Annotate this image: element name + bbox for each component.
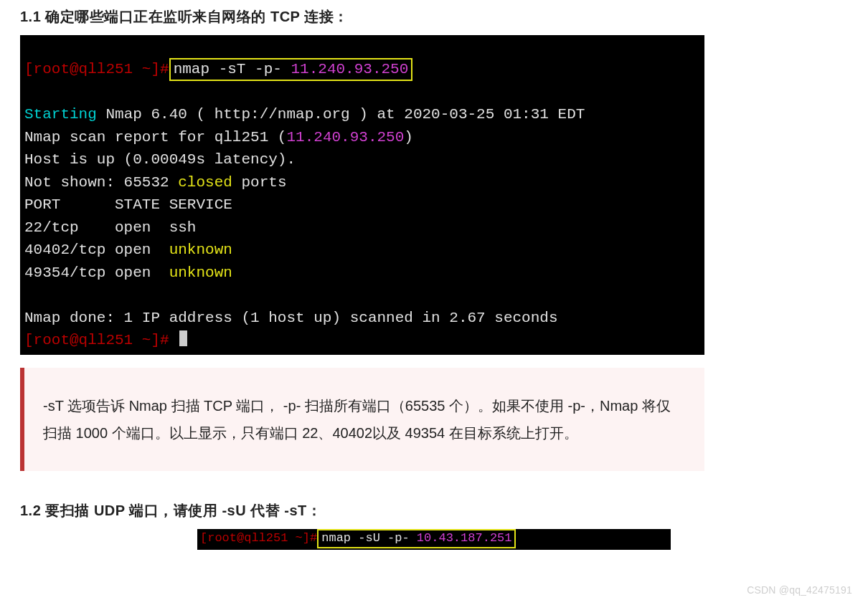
- notshown-suffix: ports: [232, 174, 287, 191]
- service-unknown: unknown: [169, 265, 232, 281]
- service-unknown: unknown: [169, 242, 232, 258]
- report-suffix: ): [404, 129, 413, 146]
- command-text: nmap -sU -p-: [321, 531, 417, 545]
- command-text: nmap -sT -p-: [174, 61, 291, 77]
- note-text: -sT 选项告诉 Nmap 扫描 TCP 端口， -p- 扫描所有端口（6553…: [43, 398, 671, 441]
- port-header: PORT STATE SERVICE: [24, 196, 232, 213]
- command-ip: 11.240.93.250: [291, 61, 408, 77]
- starting-word: Starting: [24, 106, 97, 123]
- notshown-prefix: Not shown: 65532: [24, 174, 178, 191]
- done-line: Nmap done: 1 IP address (1 host up) scan…: [24, 310, 558, 326]
- command-ip: 10.43.187.251: [417, 531, 512, 545]
- watermark: CSDN @qq_42475191: [747, 584, 852, 596]
- host-line: Host is up (0.00049s latency).: [24, 151, 296, 168]
- prompt: [root@qll251 ~]#: [200, 531, 317, 545]
- closed-word: closed: [178, 174, 232, 191]
- report-ip: 11.240.93.250: [286, 129, 404, 146]
- terminal-nmap-udp: [root@qll251 ~]#nmap -sU -p- 10.43.187.2…: [197, 529, 671, 550]
- port-row: 22/tcp open: [24, 219, 169, 236]
- prompt-end: [root@qll251 ~]#: [24, 332, 178, 348]
- heading-1-1: 1.1 确定哪些端口正在监听来自网络的 TCP 连接：: [20, 7, 848, 27]
- note-block: -sT 选项告诉 Nmap 扫描 TCP 端口， -p- 扫描所有端口（6553…: [20, 368, 704, 471]
- prompt: [root@qll251 ~]#: [24, 61, 169, 77]
- service-ssh: ssh: [169, 219, 197, 236]
- heading-1-2: 1.2 要扫描 UDP 端口，请使用 -sU 代替 -sT：: [20, 501, 848, 520]
- starting-rest: Nmap 6.40 ( http://nmap.org ) at 2020-03…: [97, 106, 585, 123]
- report-prefix: Nmap scan report for qll251 (: [24, 129, 286, 146]
- port-row: 40402/tcp open: [24, 242, 169, 258]
- port-row: 49354/tcp open: [24, 265, 169, 281]
- cursor-icon: [179, 330, 187, 346]
- terminal-nmap-tcp: [root@qll251 ~]#nmap -sT -p- 11.240.93.2…: [20, 35, 704, 355]
